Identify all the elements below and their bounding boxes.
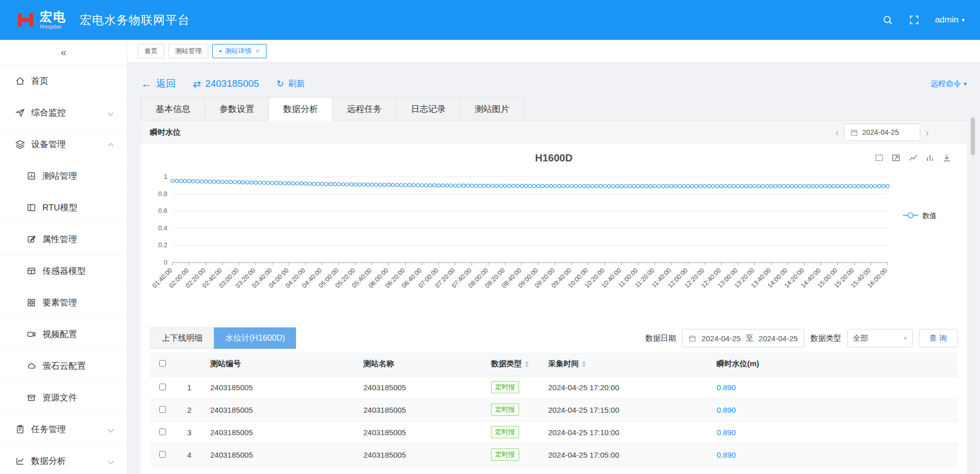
tab-station-photos[interactable]: 测站图片 <box>460 97 524 121</box>
data-analysis-panel: 瞬时水位 ‹ 2024-04-25 › H1600D <box>141 121 967 474</box>
row-checkbox[interactable] <box>159 406 166 413</box>
sort-asc-icon <box>582 361 586 364</box>
tab-data-analysis[interactable]: 数据分析 <box>269 97 333 121</box>
zoom-reset-icon[interactable] <box>892 153 901 162</box>
table-row: 4 2403185005 2403185005 定时报 2024-04-25 1… <box>150 443 958 466</box>
svg-text:0.6: 0.6 <box>158 207 167 215</box>
water-level-link[interactable]: 0.890 <box>717 428 736 437</box>
status-badge: 定时报 <box>491 448 519 461</box>
chevron-down-icon: ▾ <box>962 16 965 23</box>
sidebar-item-monitoring[interactable]: 综合监控 <box>0 97 127 129</box>
col-data-type: 数据类型 <box>491 359 522 369</box>
tag-tab-bar: 首页 测站管理 ● 测站详情 × <box>128 40 980 62</box>
tag-tab-home[interactable]: 首页 <box>138 44 164 58</box>
sidebar-item-label: 视频配置 <box>42 328 77 340</box>
cloud-icon <box>27 361 36 371</box>
grid-icon <box>27 298 36 307</box>
download-icon[interactable] <box>942 153 951 162</box>
section-title: 瞬时水位 <box>150 128 181 137</box>
sidebar-item-ezviz-config[interactable]: 萤石云配置 <box>0 350 127 382</box>
sidebar-item-element-mgmt[interactable]: 要素管理 <box>0 287 127 319</box>
svg-text:0.4: 0.4 <box>158 224 167 232</box>
user-menu[interactable]: admin ▾ <box>935 15 965 25</box>
sidebar-item-label: 要素管理 <box>42 297 77 309</box>
row-checkbox[interactable] <box>159 451 166 458</box>
query-button[interactable]: 查 询 <box>919 329 958 347</box>
chart-date-value: 2024-04-25 <box>862 128 899 136</box>
station-id-switcher[interactable]: ⇄ 2403185005 <box>193 78 259 90</box>
tab-param-settings[interactable]: 参数设置 <box>205 97 269 121</box>
collapse-icon: « <box>61 46 66 58</box>
water-level-link[interactable]: 0.890 <box>717 406 736 414</box>
row-checkbox[interactable] <box>159 429 166 435</box>
sidebar-item-device[interactable]: 设备管理 <box>0 129 127 160</box>
tag-tab-station-detail[interactable]: ● 测站详情 × <box>212 44 266 58</box>
prev-day-button[interactable]: ‹ <box>836 127 839 137</box>
sidebar-item-resource-files[interactable]: 资源文件 <box>0 382 127 414</box>
chart-date-picker[interactable]: 2024-04-25 <box>844 124 920 141</box>
close-icon[interactable]: × <box>255 47 259 55</box>
tab-remote-tasks[interactable]: 远程任务 <box>333 97 397 121</box>
refresh-button[interactable]: ↻ 刷新 <box>277 78 305 89</box>
line-chart-toggle-icon[interactable] <box>909 153 918 162</box>
chevron-down-icon: ▾ <box>904 335 907 342</box>
type-filter-label: 数据类型 <box>811 334 841 343</box>
calendar-icon <box>689 335 696 342</box>
sidebar-item-attribute-mgmt[interactable]: 属性管理 <box>0 224 127 255</box>
next-day-button[interactable]: › <box>925 127 929 137</box>
select-all-checkbox[interactable] <box>159 360 166 367</box>
tab-log-records[interactable]: 日志记录 <box>397 97 460 121</box>
fullscreen-icon[interactable] <box>909 14 920 26</box>
data-type-select[interactable]: 全部 ▾ <box>847 329 913 347</box>
sort-collect-time[interactable] <box>582 361 586 367</box>
water-level-chart[interactable]: 00.20.40.60.8101:40:0002:00:0002:20:0002… <box>141 171 967 324</box>
table-row: 2 2403185005 2403185005 定时报 2024-04-25 1… <box>150 398 958 421</box>
sidebar-item-sensor-model[interactable]: 传感器模型 <box>0 255 127 287</box>
sidebar-item-label: 传感器模型 <box>42 265 86 277</box>
water-level-link[interactable]: 0.890 <box>717 451 736 459</box>
data-type-value: 全部 <box>853 334 868 343</box>
sidebar-item-video-config[interactable]: 视频配置 <box>0 319 127 350</box>
refresh-icon: ↻ <box>277 78 284 89</box>
row-checkbox[interactable] <box>159 384 166 390</box>
sidebar-item-rtu-model[interactable]: RTU模型 <box>0 192 127 224</box>
sidebar-item-label: 萤石云配置 <box>42 360 86 372</box>
bar-chart-toggle-icon[interactable] <box>925 153 935 162</box>
date-to-value: 2024-04-25 <box>758 334 798 343</box>
table-row: 3 2403185005 2403185005 定时报 2024-04-25 1… <box>150 421 958 443</box>
date-range-picker[interactable]: 2024-04-25 至 2024-04-25 <box>682 329 804 347</box>
sidebar-item-label: 测站管理 <box>42 170 77 182</box>
tab-basic-info[interactable]: 基本信息 <box>141 97 205 121</box>
back-button[interactable]: ← 返回 <box>141 77 176 90</box>
detail-toolbar: ← 返回 ⇄ 2403185005 ↻ 刷新 远程命令 ▾ <box>141 70 967 97</box>
chart-toolbox <box>875 153 951 162</box>
chevron-down-icon: ▾ <box>964 80 967 87</box>
scrollbar-thumb[interactable] <box>971 117 975 155</box>
water-level-link[interactable]: 0.890 <box>717 383 736 392</box>
home-icon <box>15 76 25 86</box>
sidebar-collapse-button[interactable]: « <box>0 40 127 65</box>
table-controls: 上下线明细 水位计(H1600D) 数据日期 2024-04-25 至 2024… <box>141 324 967 352</box>
date-filter-label: 数据日期 <box>645 334 676 343</box>
svg-text:0.8: 0.8 <box>158 190 167 198</box>
sidebar-item-task-mgmt[interactable]: 任务管理 <box>0 414 127 445</box>
sidebar-item-station-mgmt[interactable]: 测站管理 <box>0 160 127 192</box>
vertical-scrollbar[interactable] <box>971 116 975 471</box>
sidebar-item-label: 属性管理 <box>42 233 77 245</box>
subtab-online-detail[interactable]: 上下线明细 <box>150 327 214 349</box>
status-badge: 定时报 <box>491 381 519 393</box>
tag-tab-station-mgmt[interactable]: 测站管理 <box>168 44 208 58</box>
subtab-water-gauge[interactable]: 水位计(H1600D) <box>214 327 296 349</box>
detail-tabs: 基本信息 参数设置 数据分析 远程任务 日志记录 测站图片 <box>141 97 967 121</box>
sidebar-item-home[interactable]: 首页 <box>0 65 127 97</box>
status-badge: 定时报 <box>491 404 519 416</box>
date-range-separator: 至 <box>746 334 753 343</box>
sidebar-item-data-analysis[interactable]: 数据分析 <box>0 445 127 474</box>
search-icon[interactable] <box>882 14 893 26</box>
sort-data-type[interactable] <box>525 361 529 367</box>
svg-text:0.2: 0.2 <box>158 241 167 249</box>
remote-command-dropdown[interactable]: 远程命令 ▾ <box>930 79 967 89</box>
zoom-select-icon[interactable] <box>875 153 884 162</box>
calendar-icon <box>850 129 858 136</box>
sidebar-item-label: 资源文件 <box>42 392 77 404</box>
